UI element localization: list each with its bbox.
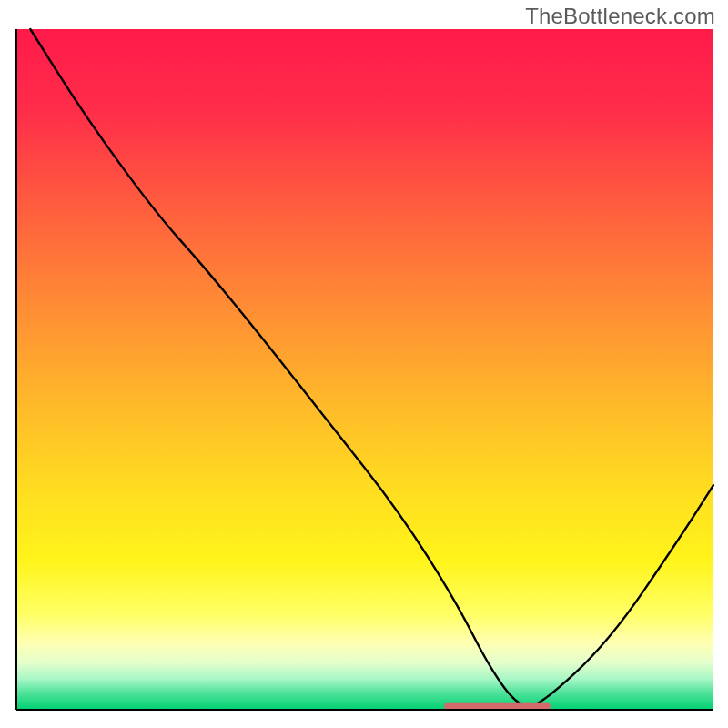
watermark-text: TheBottleneck.com bbox=[525, 4, 715, 29]
chart-container: TheBottleneck.com bbox=[0, 0, 728, 728]
plot-background bbox=[16, 29, 713, 710]
bottleneck-chart bbox=[0, 0, 728, 728]
